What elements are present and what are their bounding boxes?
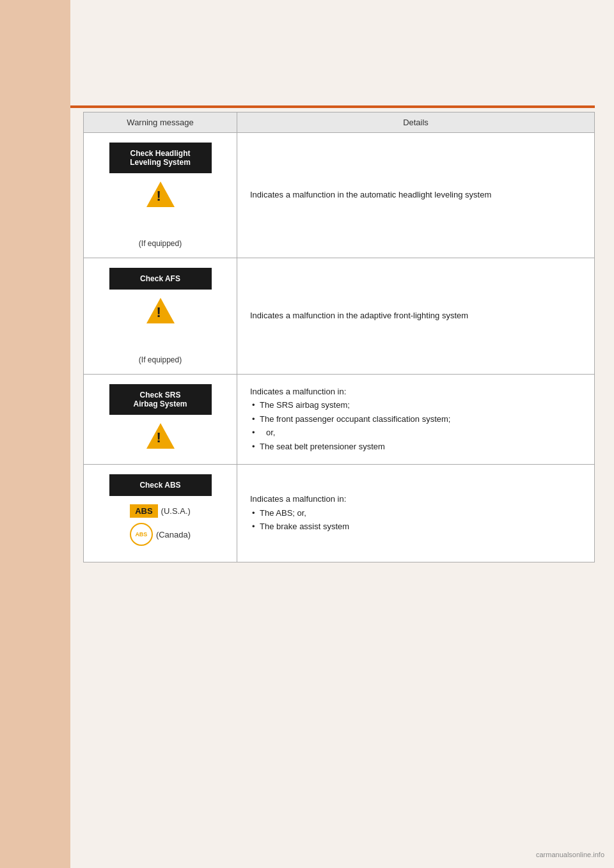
afs-icon-container [93,298,227,326]
col-header-warning: Warning message [84,112,237,133]
warning-cell-srs: Check SRS Airbag System [84,375,237,465]
table-row: Check SRS Airbag System Indicates a malf… [84,375,595,465]
warning-triangle-icon [146,182,175,207]
list-item: or, [250,426,581,440]
details-cell-afs: Indicates a malfunction in the adaptive … [237,258,595,375]
list-item: The brake assist system [250,520,581,534]
abs-usa-row: ABS (U.S.A.) [93,504,227,518]
abs-usa-badge: ABS [130,504,157,518]
headlight-details: Indicates a malfunction in the automatic… [250,190,491,199]
main-content: Warning message Details Check Headlight … [83,112,595,562]
list-item: The front passenger occupant classificat… [250,412,581,426]
watermark: carmanualsonline.info [536,851,604,858]
list-item: The SRS airbag system; [250,398,581,412]
orange-divider-bar [70,105,595,108]
afs-details: Indicates a malfunction in the adaptive … [250,311,468,320]
table-row: Check Headlight Leveling System (If equi… [84,133,595,258]
headlight-footnote: (If equipped) [93,239,227,248]
srs-details-list: The SRS airbag system; The front passeng… [250,398,581,453]
left-sidebar [0,0,70,868]
headlight-icon-container [93,182,227,210]
abs-canada-text: (Canada) [156,530,191,539]
abs-usa-text: (U.S.A.) [161,506,191,516]
table-row: Check AFS (If equipped) Indicates a malf… [84,258,595,375]
warning-cell-headlight: Check Headlight Leveling System (If equi… [84,133,237,258]
list-item: The seat belt pretensioner system [250,440,581,454]
srs-details-intro: Indicates a malfunction in: [250,387,346,396]
warning-display-headlight: Check Headlight Leveling System [109,143,212,173]
warning-display-abs: Check ABS [109,474,212,496]
warning-display-srs: Check SRS Airbag System [109,384,212,415]
col-header-details: Details [237,112,595,133]
warning-table: Warning message Details Check Headlight … [83,112,595,562]
warning-cell-abs: Check ABS ABS (U.S.A.) ABS (Canada) [84,465,237,562]
srs-line1: Check SRS [139,391,180,399]
headlight-line2: Leveling System [130,158,191,167]
afs-footnote: (If equipped) [93,355,227,364]
srs-icon-container [93,423,227,451]
warning-display-afs: Check AFS [109,268,212,290]
abs-line1: Check ABS [139,481,180,490]
warning-triangle-icon-srs [146,423,175,449]
warning-cell-afs: Check AFS (If equipped) [84,258,237,375]
abs-canada-row: ABS (Canada) [93,523,227,546]
details-cell-srs: Indicates a malfunction in: The SRS airb… [237,375,595,465]
table-row: Check ABS ABS (U.S.A.) ABS (Canada) Indi… [84,465,595,562]
details-cell-abs: Indicates a malfunction in: The ABS; or,… [237,465,595,562]
list-item: The ABS; or, [250,506,581,520]
abs-details-intro: Indicates a malfunction in: [250,494,346,504]
afs-line1: Check AFS [140,274,180,283]
srs-line2: Airbag System [133,399,187,408]
abs-details-list: The ABS; or, The brake assist system [250,506,581,534]
abs-canada-badge: ABS [130,523,153,546]
warning-triangle-icon-afs [146,298,175,323]
headlight-line1: Check Headlight [130,149,190,158]
details-cell-headlight: Indicates a malfunction in the automatic… [237,133,595,258]
